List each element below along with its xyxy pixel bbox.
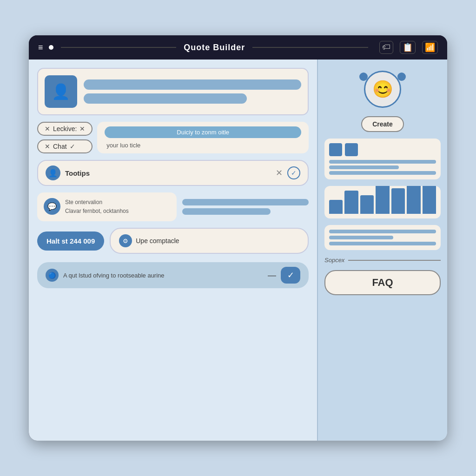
chart-bar bbox=[376, 186, 389, 214]
app-window: ≡ Quote Builder 🏷 📋 📶 👤 bbox=[29, 35, 447, 441]
bottom-bar: 🔵 A qut lstud ofving to rootseable aurin… bbox=[37, 262, 309, 288]
info-bar-1 bbox=[182, 199, 309, 205]
bubble-line-2 bbox=[329, 236, 393, 239]
info-line-1: Ste ontervalion bbox=[65, 198, 129, 207]
chart-bar bbox=[329, 200, 343, 214]
main-content: 👤 ✕ Leckive: ✕ ✕ Chat bbox=[29, 60, 447, 441]
chatbot-area: 😊 Create bbox=[324, 66, 441, 132]
btn-settings-icon: ⚙ bbox=[119, 234, 132, 247]
tooltips-row: 👤 Tootips ✕ ✓ bbox=[37, 160, 309, 186]
right-card-top bbox=[324, 139, 441, 179]
filter-icon[interactable]: 🏷 bbox=[379, 41, 393, 54]
bubble-line-3 bbox=[329, 242, 436, 245]
title-bar: ≡ Quote Builder 🏷 📋 📶 bbox=[29, 35, 447, 60]
tag2-check-icon: ✓ bbox=[70, 143, 75, 150]
right-line-1 bbox=[329, 160, 436, 164]
action-row: Halt st 244 009 ⚙ Upe comptacle bbox=[37, 228, 309, 254]
source-label: Sopcex bbox=[324, 257, 344, 264]
title-bar-actions: 🏷 📋 📶 bbox=[379, 41, 438, 54]
chart-area bbox=[324, 186, 441, 218]
chart-bar bbox=[391, 188, 405, 214]
user-icon: 👤 bbox=[52, 83, 70, 100]
right-card-square-2 bbox=[345, 143, 358, 156]
left-panel: 👤 ✕ Leckive: ✕ ✕ Chat bbox=[29, 60, 317, 441]
menu-icon[interactable]: ≡ bbox=[38, 43, 43, 53]
tooltips-label: Tootips bbox=[65, 169, 271, 177]
chat-entry-title: Duiciy to zonm oitle bbox=[105, 126, 301, 138]
info-line-2: Clavar fernbot, ocktanhos bbox=[65, 207, 129, 216]
bottom-bar-dash: — bbox=[268, 271, 276, 280]
info-bars bbox=[182, 192, 309, 221]
chart-bar bbox=[344, 191, 358, 214]
title-line bbox=[61, 47, 177, 48]
chat-entry: Duiciy to zonm oitle your luo ticle bbox=[97, 122, 309, 153]
secondary-btn-label: Upe comptacle bbox=[136, 237, 179, 245]
tags-col: ✕ Leckive: ✕ ✕ Chat ✓ bbox=[37, 122, 93, 153]
create-button[interactable]: Create bbox=[361, 116, 404, 132]
right-card-lines bbox=[329, 160, 436, 175]
info-text-block: Ste ontervalion Clavar fernbot, ocktanho… bbox=[65, 198, 129, 216]
title-line-right bbox=[252, 47, 368, 48]
tag1-label: Leckive: bbox=[53, 125, 77, 132]
profile-field-1[interactable] bbox=[84, 79, 301, 90]
right-line-3 bbox=[329, 171, 436, 175]
profile-card: 👤 bbox=[37, 68, 309, 115]
document-icon[interactable]: 📋 bbox=[400, 41, 416, 54]
tag2-label: Chat bbox=[53, 143, 67, 150]
app-title: Quote Builder bbox=[184, 43, 245, 53]
chat-bubble-icon: 💬 bbox=[44, 198, 60, 215]
window-dot bbox=[49, 45, 53, 50]
tag2-x-icon: ✕ bbox=[45, 143, 50, 150]
main-action-button[interactable]: Halt st 244 009 bbox=[37, 231, 104, 251]
info-card: 💬 Ste ontervalion Clavar fernbot, ocktan… bbox=[37, 192, 177, 221]
tag-chip-2[interactable]: ✕ Chat ✓ bbox=[37, 139, 93, 153]
right-card-square-1 bbox=[329, 143, 342, 156]
tag1-x2-icon: ✕ bbox=[79, 125, 85, 132]
profile-fields bbox=[84, 79, 301, 104]
chat-entry-body: your luo ticle bbox=[105, 142, 301, 149]
secondary-action-button[interactable]: ⚙ Upe comptacle bbox=[110, 228, 309, 254]
faq-button[interactable]: FAQ bbox=[324, 270, 441, 295]
right-line-2 bbox=[329, 165, 399, 169]
chatbot-head: 😊 bbox=[364, 71, 401, 108]
right-bubble-lines bbox=[324, 225, 441, 250]
tags-row: ✕ Leckive: ✕ ✕ Chat ✓ Duiciy to zonm oit… bbox=[37, 122, 309, 153]
tag-chip-1[interactable]: ✕ Leckive: ✕ bbox=[37, 122, 93, 136]
bubble-line-1 bbox=[329, 230, 436, 233]
chart-bar bbox=[360, 195, 374, 214]
chatbot-icon-container: 😊 bbox=[359, 66, 406, 112]
right-panel: 😊 Create bbox=[317, 60, 447, 441]
bottom-bar-icon: 🔵 bbox=[46, 269, 59, 282]
info-row: 💬 Ste ontervalion Clavar fernbot, ocktan… bbox=[37, 192, 309, 221]
chart-bar bbox=[407, 186, 420, 214]
source-line bbox=[348, 260, 441, 261]
source-row: Sopcex bbox=[324, 257, 441, 264]
tooltips-close-icon[interactable]: ✕ bbox=[276, 168, 283, 178]
info-bar-2 bbox=[182, 208, 271, 215]
chart-bar bbox=[423, 186, 436, 214]
avatar: 👤 bbox=[45, 75, 77, 108]
bottom-check-button[interactable]: ✓ bbox=[281, 267, 300, 284]
right-card-icons bbox=[329, 143, 436, 156]
tooltips-check-icon[interactable]: ✓ bbox=[287, 166, 300, 179]
tooltips-avatar: 👤 bbox=[46, 165, 60, 180]
bottom-bar-text: A qut lstud ofving to rootseable aurine bbox=[63, 272, 263, 279]
profile-field-2[interactable] bbox=[84, 93, 247, 104]
tag1-x-icon: ✕ bbox=[45, 125, 50, 132]
wifi-icon[interactable]: 📶 bbox=[422, 41, 438, 54]
